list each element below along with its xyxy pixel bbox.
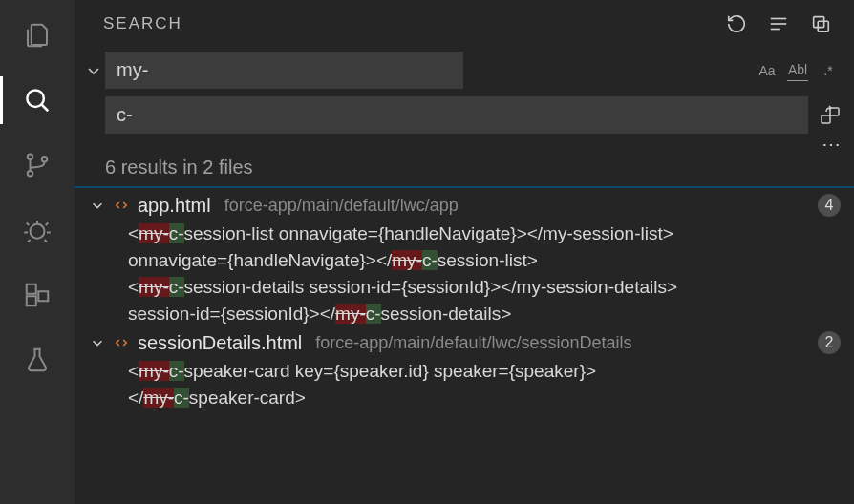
panel-header: SEARCH bbox=[75, 0, 854, 46]
new-editor-icon bbox=[810, 13, 831, 34]
activity-search[interactable] bbox=[19, 82, 55, 118]
html-file-icon bbox=[113, 334, 130, 351]
search-input-options: Aa Abl .* bbox=[757, 60, 839, 81]
match-old: my- bbox=[392, 250, 422, 270]
file-name: sessionDetails.html bbox=[138, 332, 302, 354]
match-new: c- bbox=[366, 304, 381, 324]
toggle-replace-button[interactable] bbox=[82, 63, 105, 78]
clear-results-button[interactable] bbox=[766, 11, 791, 36]
file-name: app.html bbox=[138, 195, 211, 217]
search-row: Aa Abl .* bbox=[75, 46, 854, 94]
match-new: c- bbox=[169, 277, 184, 297]
match-new: c- bbox=[169, 361, 184, 381]
divider bbox=[75, 186, 854, 188]
html-file-icon bbox=[113, 197, 130, 214]
regex-button[interactable]: .* bbox=[818, 60, 839, 81]
match-row[interactable]: onnavigate={handleNavigate}></my-c-sessi… bbox=[75, 247, 854, 274]
svg-rect-7 bbox=[27, 296, 36, 305]
svg-line-1 bbox=[42, 105, 49, 112]
file-row[interactable]: sessionDetails.htmlforce-app/main/defaul… bbox=[75, 327, 854, 358]
file-path: force-app/main/default/lwc/app bbox=[224, 196, 810, 216]
bug-icon bbox=[23, 216, 52, 244]
svg-point-3 bbox=[28, 171, 33, 177]
match-old: my- bbox=[335, 304, 366, 324]
match-count-badge: 4 bbox=[818, 194, 841, 217]
svg-point-4 bbox=[42, 157, 48, 162]
branch-icon bbox=[23, 151, 52, 179]
more-options-button[interactable]: ⋯ bbox=[822, 139, 843, 149]
list-icon bbox=[768, 13, 789, 34]
activity-bar bbox=[0, 0, 75, 504]
replace-input[interactable] bbox=[105, 96, 808, 134]
svg-rect-6 bbox=[27, 284, 36, 294]
results-summary: 6 results in 2 files bbox=[75, 155, 854, 186]
svg-point-0 bbox=[27, 90, 44, 107]
svg-point-2 bbox=[28, 155, 33, 160]
activity-debug[interactable] bbox=[19, 212, 55, 248]
search-input[interactable] bbox=[105, 52, 463, 89]
results-tree: app.htmlforce-app/main/default/lwc/app4<… bbox=[75, 190, 854, 504]
chevron-down-icon bbox=[90, 199, 105, 212]
search-icon bbox=[23, 86, 52, 115]
chevron-down-icon bbox=[90, 336, 105, 349]
chevron-down-icon bbox=[86, 63, 101, 78]
match-row[interactable]: <my-c-speaker-card key={speaker.id} spea… bbox=[75, 358, 854, 385]
svg-rect-13 bbox=[818, 21, 828, 32]
match-new: c- bbox=[174, 388, 189, 408]
svg-point-5 bbox=[31, 224, 45, 239]
file-row[interactable]: app.htmlforce-app/main/default/lwc/app4 bbox=[75, 190, 854, 220]
match-new: c- bbox=[169, 223, 184, 243]
match-old: my- bbox=[139, 277, 169, 297]
svg-rect-15 bbox=[830, 108, 839, 116]
files-icon bbox=[23, 21, 52, 50]
match-row[interactable]: </my-c-speaker-card> bbox=[75, 385, 854, 411]
svg-rect-14 bbox=[822, 116, 830, 123]
match-count-badge: 2 bbox=[818, 331, 841, 354]
match-old: my- bbox=[143, 388, 174, 408]
search-panel: SEARCH Aa Abl .* ⋯ bbox=[75, 0, 854, 504]
whole-word-button[interactable]: Abl bbox=[787, 60, 808, 81]
new-editor-button[interactable] bbox=[808, 11, 833, 36]
match-row[interactable]: <my-c-session-details session-id={sessio… bbox=[75, 274, 854, 301]
activity-testing[interactable] bbox=[19, 342, 55, 378]
replace-all-button[interactable] bbox=[816, 101, 844, 130]
replace-row bbox=[75, 94, 854, 139]
match-row[interactable]: <my-c-session-list onnavigate={handleNav… bbox=[75, 220, 854, 247]
match-old: my- bbox=[139, 361, 169, 381]
extensions-icon bbox=[23, 281, 52, 309]
activity-explorer[interactable] bbox=[19, 17, 55, 53]
match-case-button[interactable]: Aa bbox=[757, 60, 778, 81]
match-old: my- bbox=[139, 223, 169, 243]
flask-icon bbox=[23, 346, 52, 374]
refresh-button[interactable] bbox=[724, 11, 749, 36]
refresh-icon bbox=[726, 13, 747, 34]
activity-extensions[interactable] bbox=[19, 277, 55, 313]
replace-all-icon bbox=[819, 104, 842, 127]
panel-title: SEARCH bbox=[103, 14, 707, 33]
match-new: c- bbox=[422, 250, 438, 270]
svg-rect-8 bbox=[38, 291, 48, 301]
match-row[interactable]: session-id={sessionId}></my-c-session-de… bbox=[75, 301, 854, 327]
file-path: force-app/main/default/lwc/sessionDetail… bbox=[315, 333, 810, 353]
svg-rect-12 bbox=[814, 17, 824, 28]
activity-source-control[interactable] bbox=[19, 147, 55, 183]
